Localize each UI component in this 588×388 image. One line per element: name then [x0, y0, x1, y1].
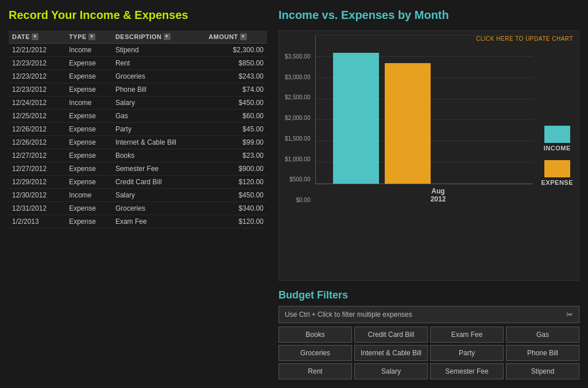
cell-type: Expense	[65, 83, 112, 96]
cell-type: Income	[65, 96, 112, 110]
table-row: 12/26/2012ExpenseParty$45.00	[9, 123, 267, 136]
y-axis-label: $2,000.00	[285, 115, 311, 121]
cell-date: 12/27/2012	[9, 162, 65, 176]
col-type-label: TYPE	[69, 33, 87, 40]
cell-date: 12/23/2012	[9, 83, 65, 96]
cell-type: Expense	[65, 162, 112, 176]
y-axis-label: $0.00	[285, 197, 311, 203]
income-expense-table: DATE ▼ TYPE ▼ DESCRIPTION ▼	[9, 30, 267, 228]
filter-button[interactable]: Phone Bill	[506, 345, 579, 361]
cell-type: Expense	[65, 70, 112, 83]
cell-description: Groceries	[112, 70, 205, 83]
filter-button[interactable]: Party	[430, 345, 504, 361]
table-row: 12/23/2012ExpensePhone Bill$74.00	[9, 83, 267, 96]
table-row: 12/21/2012IncomeStipend$2,300.00	[9, 44, 267, 57]
cell-amount: $243.00	[205, 70, 267, 83]
filter-button[interactable]: Internet & Cable Bill	[354, 345, 428, 361]
cell-description: Gas	[112, 110, 205, 123]
y-axis-label: $3,500.00	[285, 54, 311, 60]
type-filter-icon[interactable]: ▼	[88, 33, 95, 40]
filter-button[interactable]: Salary	[354, 363, 428, 379]
cell-description: Salary	[112, 189, 205, 202]
cell-date: 12/23/2012	[9, 70, 65, 83]
cell-amount: $450.00	[205, 96, 267, 110]
y-axis-label: $500.00	[285, 177, 311, 183]
table-row: 12/27/2012ExpenseSemester Fee$900.00	[9, 162, 267, 176]
cell-amount: $850.00	[205, 57, 267, 70]
cell-description: Stipend	[112, 44, 205, 57]
budget-filters-section: Budget Filters Use Ctrl + Click to filte…	[278, 289, 579, 379]
cell-date: 12/31/2012	[9, 202, 65, 215]
filter-button[interactable]: Stipend	[506, 363, 579, 379]
filter-button[interactable]: Credit Card Bill	[354, 327, 428, 343]
cell-description: Exam Fee	[112, 215, 205, 228]
cell-date: 12/26/2012	[9, 123, 65, 136]
filter-button[interactable]: Groceries	[278, 345, 352, 361]
cell-date: 1/2/2013	[9, 215, 65, 228]
filter-placeholder: Use Ctrl + Click to filter multiple expe…	[285, 311, 412, 319]
bars-row	[315, 35, 533, 184]
cell-description: Books	[112, 149, 205, 162]
y-axis-label: $1,500.00	[285, 136, 311, 142]
cell-type: Income	[65, 189, 112, 202]
table-row: 1/2/2013ExpenseExam Fee$120.00	[9, 215, 267, 228]
filter-button[interactable]: Exam Fee	[430, 327, 504, 343]
col-amount[interactable]: AMOUNT ▼	[205, 30, 267, 44]
y-axis: $3,500.00$3,000.00$2,500.00$2,000.00$1,5…	[285, 54, 311, 203]
cell-date: 12/24/2012	[9, 96, 65, 110]
y-axis-label: $1,000.00	[285, 157, 311, 162]
col-type[interactable]: TYPE ▼	[65, 30, 112, 44]
cell-amount: $120.00	[205, 215, 267, 228]
cell-type: Expense	[65, 57, 112, 70]
chart-title: Income vs. Expenses by Month	[278, 9, 579, 22]
income-legend-label: INCOME	[544, 145, 571, 152]
cell-amount: $900.00	[205, 162, 267, 176]
cell-description: Phone Bill	[112, 83, 205, 96]
cell-description: Salary	[112, 96, 205, 110]
table-row: 12/23/2012ExpenseRent$850.00	[9, 57, 267, 70]
bar-expense	[385, 63, 431, 184]
cell-type: Expense	[65, 136, 112, 149]
cell-date: 12/30/2012	[9, 189, 65, 202]
col-desc-label: DESCRIPTION	[115, 33, 162, 40]
grid-line	[316, 35, 533, 36]
cell-date: 12/21/2012	[9, 44, 65, 57]
desc-filter-icon[interactable]: ▼	[164, 33, 171, 40]
filter-clear-icon[interactable]: ✂	[566, 310, 573, 319]
cell-date: 12/26/2012	[9, 136, 65, 149]
cell-type: Expense	[65, 123, 112, 136]
y-axis-label: $3,000.00	[285, 75, 311, 80]
filter-button[interactable]: Rent	[278, 363, 352, 379]
filter-button[interactable]: Semester Fee	[430, 363, 504, 379]
cell-type: Expense	[65, 202, 112, 215]
y-axis-label: $2,500.00	[285, 95, 311, 100]
cell-type: Expense	[65, 215, 112, 228]
cell-amount: $450.00	[205, 189, 267, 202]
table-row: 12/27/2012ExpenseBooks$23.00	[9, 149, 267, 162]
chart-inner: $3,500.00$3,000.00$2,500.00$2,000.00$1,5…	[285, 37, 573, 203]
chart-area: Aug 2012	[315, 35, 533, 203]
cell-description: Internet & Cable Bill	[112, 136, 205, 149]
left-title: Record Your Income & Expenses	[9, 9, 267, 22]
filter-button[interactable]: Gas	[506, 327, 579, 343]
table-row: 12/30/2012IncomeSalary$450.00	[9, 189, 267, 202]
cell-type: Expense	[65, 110, 112, 123]
income-legend-box	[544, 126, 570, 143]
amount-filter-icon[interactable]: ▼	[240, 33, 247, 40]
col-date[interactable]: DATE ▼	[9, 30, 65, 44]
cell-amount: $2,300.00	[205, 44, 267, 57]
table-header-row: DATE ▼ TYPE ▼ DESCRIPTION ▼	[9, 30, 267, 44]
legend: INCOME EXPENSE	[533, 126, 573, 203]
cell-amount: $340.00	[205, 202, 267, 215]
table-row: 12/26/2012ExpenseInternet & Cable Bill$9…	[9, 136, 267, 149]
date-filter-icon[interactable]: ▼	[32, 33, 38, 40]
left-panel: Record Your Income & Expenses DATE ▼ TYP…	[9, 9, 267, 379]
filter-grid: BooksCredit Card BillExam FeeGasGrocerie…	[278, 327, 579, 379]
cell-description: Credit Card Bill	[112, 176, 205, 189]
cell-description: Party	[112, 123, 205, 136]
filter-button[interactable]: Books	[278, 327, 352, 343]
cell-date: 12/29/2012	[9, 176, 65, 189]
cell-type: Expense	[65, 176, 112, 189]
cell-description: Semester Fee	[112, 162, 205, 176]
col-description[interactable]: DESCRIPTION ▼	[112, 30, 205, 44]
